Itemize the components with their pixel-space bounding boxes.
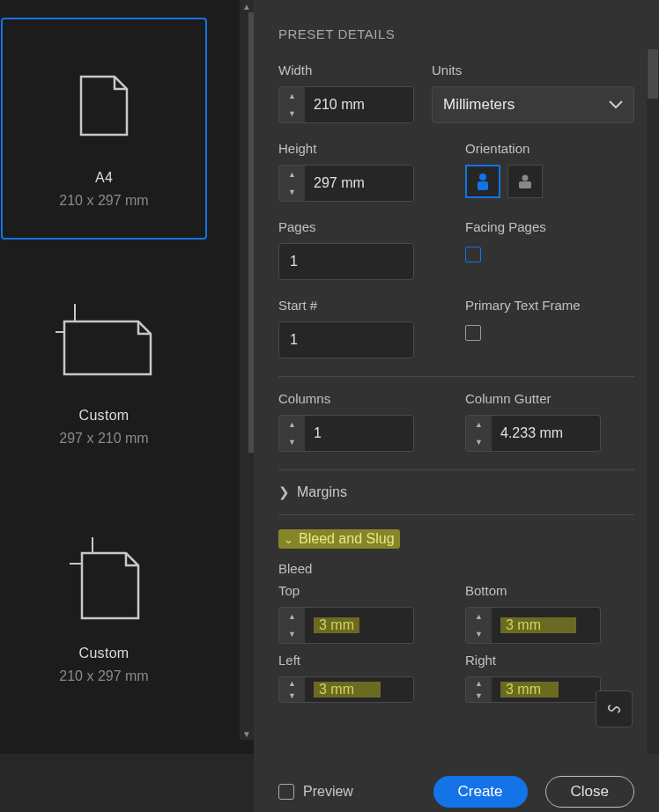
start-input[interactable]: 1: [278, 321, 414, 358]
scroll-thumb[interactable]: [648, 49, 658, 99]
spin-up-icon[interactable]: ▲: [279, 416, 305, 433]
margins-label: Margins: [297, 484, 347, 500]
svg-point-4: [479, 173, 486, 181]
page-icon: [79, 48, 129, 163]
page-landscape-icon: [56, 286, 152, 401]
columns-input[interactable]: ▲▼ 1: [278, 415, 414, 452]
details-panel: PRESET DETAILS Width ▲▼ 210 mm Units Mil…: [254, 0, 659, 812]
bleed-slug-label: Bleed and Slug: [299, 531, 395, 547]
spin-up-icon[interactable]: ▲: [279, 677, 305, 690]
facing-pages-checkbox[interactable]: [465, 247, 481, 262]
bleed-left-value[interactable]: 3 mm: [305, 676, 414, 703]
preset-scrollbar[interactable]: ▲ ▼: [240, 0, 254, 740]
panel-title: PRESET DETAILS: [278, 26, 634, 41]
orientation-portrait[interactable]: [465, 165, 500, 198]
gutter-value[interactable]: 4.233 mm: [492, 415, 601, 452]
spin-up-icon[interactable]: ▲: [279, 166, 305, 183]
preset-title: Custom: [79, 408, 130, 424]
spin-down-icon[interactable]: ▼: [466, 625, 492, 643]
preset-dims: 210 x 297 mm: [59, 668, 148, 684]
width-label: Width: [278, 63, 414, 78]
spin-up-icon[interactable]: ▲: [279, 87, 305, 105]
gutter-input[interactable]: ▲▼ 4.233 mm: [465, 415, 601, 452]
bleed-right-input[interactable]: ▲▼ 3 mm: [465, 676, 601, 703]
preset-a4[interactable]: A4 210 x 297 mm: [1, 18, 207, 240]
scroll-up-icon[interactable]: ▲: [242, 0, 251, 12]
scroll-down-icon[interactable]: ▼: [242, 727, 251, 740]
preset-custom-1[interactable]: Custom 297 x 210 mm: [1, 255, 207, 477]
preview-label: Preview: [303, 784, 353, 800]
spin-up-icon[interactable]: ▲: [466, 608, 492, 625]
bleed-top-input[interactable]: ▲▼ 3 mm: [278, 607, 414, 644]
create-button[interactable]: Create: [433, 776, 528, 808]
preset-dims: 297 x 210 mm: [59, 431, 148, 447]
spin-down-icon[interactable]: ▼: [279, 183, 305, 201]
bleed-top-label: Top: [278, 583, 448, 598]
orientation-landscape[interactable]: [507, 165, 543, 198]
units-label: Units: [432, 63, 634, 78]
spin-down-icon[interactable]: ▼: [279, 105, 305, 122]
bleed-label: Bleed: [278, 561, 634, 576]
units-value: Millimeters: [443, 96, 515, 114]
svg-rect-7: [519, 181, 531, 188]
columns-label: Columns: [278, 391, 448, 406]
pages-input[interactable]: 1: [278, 243, 414, 280]
bleed-slug-disclosure[interactable]: ⌄ Bleed and Slug: [278, 529, 634, 549]
bleed-left-label: Left: [278, 653, 448, 668]
bleed-bottom-input[interactable]: ▲▼ 3 mm: [465, 607, 601, 644]
preset-custom-2[interactable]: Custom 210 x 297 mm: [1, 493, 207, 715]
divider: [278, 469, 634, 470]
spin-up-icon[interactable]: ▲: [279, 608, 305, 625]
divider: [278, 514, 634, 515]
units-select[interactable]: Millimeters: [432, 86, 634, 123]
bleed-bottom-label: Bottom: [465, 583, 634, 598]
pages-label: Pages: [278, 219, 448, 234]
preset-title: Custom: [79, 646, 130, 661]
svg-point-6: [522, 175, 529, 181]
preset-dims: 210 x 297 mm: [59, 193, 148, 209]
chevron-down-icon: ⌄: [284, 533, 293, 546]
footer: Preview Create Close: [254, 771, 659, 812]
detail-scrollbar[interactable]: [647, 49, 659, 754]
preset-title: A4: [95, 170, 113, 186]
height-value[interactable]: 297 mm: [305, 165, 414, 202]
spin-down-icon[interactable]: ▼: [279, 433, 305, 451]
ptf-label: Primary Text Frame: [465, 298, 634, 313]
bleed-right-label: Right: [465, 653, 634, 668]
link-icon: [605, 700, 623, 718]
spin-up-icon[interactable]: ▲: [466, 416, 492, 433]
spin-down-icon[interactable]: ▼: [466, 433, 492, 451]
orientation-label: Orientation: [465, 141, 634, 156]
preset-list: A4 210 x 297 mm Custom 297 x 210 mm Cust…: [0, 0, 254, 812]
divider: [278, 376, 634, 377]
ptf-checkbox[interactable]: [465, 325, 481, 341]
start-label: Start #: [278, 298, 448, 313]
spin-up-icon[interactable]: ▲: [466, 677, 492, 690]
gutter-label: Column Gutter: [465, 391, 634, 406]
bleed-left-input[interactable]: ▲▼ 3 mm: [278, 676, 414, 703]
columns-value[interactable]: 1: [305, 415, 414, 452]
spin-down-icon[interactable]: ▼: [466, 690, 492, 702]
height-label: Height: [278, 141, 448, 156]
close-button[interactable]: Close: [545, 776, 634, 808]
page-portrait-icon: [64, 524, 144, 639]
chevron-right-icon: ❯: [278, 484, 290, 500]
checkbox-icon: [278, 784, 294, 800]
spin-down-icon[interactable]: ▼: [279, 625, 305, 643]
height-input[interactable]: ▲▼ 297 mm: [278, 165, 414, 202]
link-values-button[interactable]: [596, 690, 633, 727]
spin-down-icon[interactable]: ▼: [279, 690, 305, 702]
margins-disclosure[interactable]: ❯ Margins: [278, 484, 634, 500]
facing-pages-label: Facing Pages: [465, 219, 634, 234]
width-input[interactable]: ▲▼ 210 mm: [278, 86, 414, 123]
bleed-right-value[interactable]: 3 mm: [492, 676, 601, 703]
bottom-strip: [0, 754, 254, 812]
preview-checkbox[interactable]: Preview: [278, 784, 353, 800]
bleed-bottom-value[interactable]: 3 mm: [492, 607, 601, 644]
bleed-top-value[interactable]: 3 mm: [305, 607, 414, 644]
svg-rect-5: [478, 181, 488, 190]
width-value[interactable]: 210 mm: [305, 86, 414, 123]
chevron-down-icon: [609, 100, 623, 109]
